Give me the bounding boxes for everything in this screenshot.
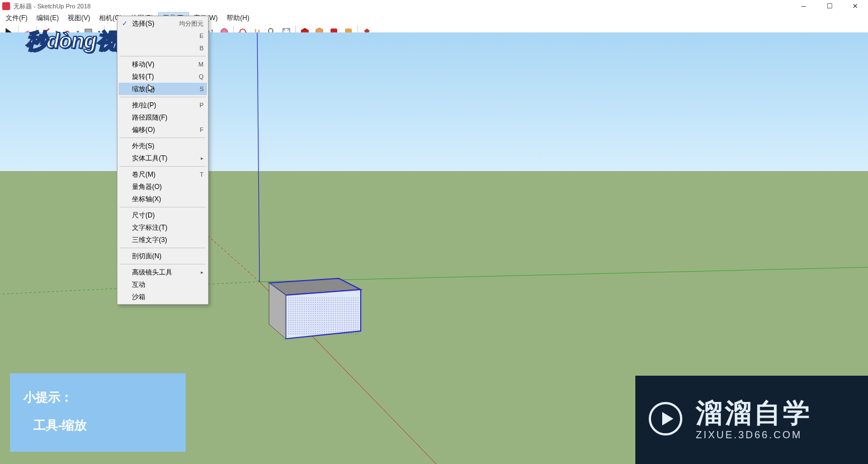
submenu-arrow-icon: ▸ [201,269,204,275]
check-icon: ✓ [122,20,128,27]
menu-entry-label: 偏移(O) [132,125,155,135]
menu-separator [120,207,206,207]
menu-entry[interactable]: 高级镜头工具▸ [119,266,207,278]
menu-entry[interactable]: 实体工具(T)▸ [119,152,207,164]
close-button[interactable]: ✕ [842,0,868,12]
menu-entry-label: 推/拉(P) [132,101,156,110]
menu-shortcut: M [199,61,204,68]
title-bar: 无标题 - SketchUp Pro 2018 ─ ☐ ✕ [0,0,868,12]
menu-entry[interactable]: 推/拉(P)P [119,99,207,111]
menu-separator [120,264,206,264]
menu-item[interactable]: 文件(F) [1,12,32,23]
menu-separator [120,56,206,56]
menu-shortcut: E [200,32,204,39]
app-icon [2,2,10,10]
menu-entry-label: 坐标轴(X) [132,195,161,204]
menu-entry[interactable]: 尺寸(D) [119,209,207,221]
menu-entry-label: 路径跟随(F) [132,113,167,122]
submenu-arrow-icon: ▸ [201,155,204,161]
menu-shortcut: B [200,45,204,51]
menu-shortcut: F [200,126,204,133]
window-title: 无标题 - SketchUp Pro 2018 [13,2,91,11]
menu-entry[interactable]: 沙箱 [119,291,207,303]
tip-body: 工具-缩放 [23,417,172,434]
menu-item[interactable]: 编辑(E) [32,12,63,23]
menu-entry-label: 实体工具(T) [132,154,167,163]
menu-entry-label: 量角器(O) [132,182,162,192]
menu-separator [120,248,206,248]
menu-shortcut: 均分图元 [179,20,204,28]
svg-line-14 [257,32,260,282]
menu-entry-label: 尺寸(D) [132,211,155,220]
menu-separator [120,138,206,138]
menu-entry[interactable]: 外壳(S) [119,140,207,152]
menu-entry-label: 选择(S) [132,19,154,29]
brand-title: 溜溜自学 [696,400,812,427]
tools-dropdown-menu: ✓选择(S)均分图元EB移动(V)M旋转(T)Q缩放(C)S推/拉(P)P路径跟… [117,16,209,305]
menu-item[interactable]: 帮助(H) [222,12,254,23]
model-box[interactable] [263,266,375,350]
menu-entry[interactable]: 量角器(O) [119,181,207,193]
svg-rect-18 [288,297,358,335]
brand-overlay: 溜溜自学 ZIXUE.3D66.COM [635,376,868,464]
menu-entry-label: 移动(V) [132,60,154,69]
menu-entry-label: 外壳(S) [132,141,154,151]
menu-shortcut: Q [199,73,204,80]
menu-entry[interactable]: E [119,30,207,42]
menu-entry[interactable]: 移动(V)M [119,58,207,70]
menu-entry[interactable]: 路径跟随(F) [119,111,207,124]
menu-entry[interactable]: 剖切面(N) [119,250,207,262]
menu-entry-label: 沙箱 [132,292,145,302]
menu-entry-label: 互动 [132,280,145,290]
tip-box: 小提示： 工具-缩放 [10,373,186,452]
menu-entry-label: 文字标注(T) [132,223,167,233]
menu-entry-label: 剖切面(N) [132,252,162,261]
brand-url: ZIXUE.3D66.COM [696,430,812,440]
window-controls: ─ ☐ ✕ [791,0,868,12]
menu-entry[interactable]: B [119,42,207,54]
maximize-button[interactable]: ☐ [817,0,842,12]
menu-entry-label: 卷尺(M) [132,170,155,179]
menu-entry[interactable]: 旋转(T)Q [119,70,207,83]
play-icon [648,401,683,439]
menu-entry[interactable]: 三维文字(3) [119,234,207,246]
menu-separator [120,97,206,97]
svg-marker-21 [662,412,673,425]
menu-shortcut: T [200,171,204,178]
menu-separator [120,166,206,167]
menu-entry[interactable]: 偏移(O)F [119,124,207,136]
menu-entry[interactable]: ✓选择(S)均分图元 [119,17,207,30]
minimize-button[interactable]: ─ [791,0,817,12]
menu-entry-label: 高级镜头工具 [132,268,172,277]
menu-entry[interactable]: 文字标注(T) [119,221,207,234]
menu-entry-label: 三维文字(3) [132,235,167,245]
menu-entry[interactable]: 互动 [119,278,207,291]
menu-entry-label: 旋转(T) [132,72,154,82]
menu-entry-label: 缩放(C) [132,84,155,94]
menu-shortcut: S [200,86,204,92]
tip-title: 小提示： [23,389,172,406]
menu-item[interactable]: 视图(V) [63,12,95,23]
menu-entry[interactable]: 坐标轴(X) [119,193,207,205]
menu-shortcut: P [200,102,204,108]
menu-entry[interactable]: 卷尺(M)T [119,168,207,181]
menu-entry[interactable]: 缩放(C)S [119,83,207,95]
